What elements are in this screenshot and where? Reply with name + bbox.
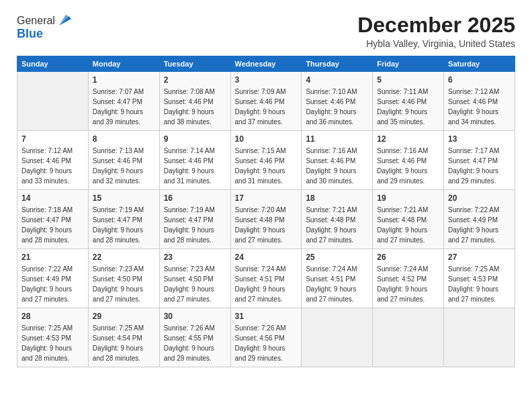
day-sunrise: Sunrise: 7:24 AMSunset: 4:51 PMDaylight:… bbox=[235, 265, 286, 303]
day-number: 6 bbox=[448, 75, 511, 85]
calendar-cell: 19 Sunrise: 7:21 AMSunset: 4:48 PMDaylig… bbox=[373, 190, 444, 249]
calendar-cell: 24 Sunrise: 7:24 AMSunset: 4:51 PMDaylig… bbox=[230, 249, 302, 308]
calendar-cell bbox=[444, 308, 515, 367]
day-number: 21 bbox=[21, 252, 84, 263]
calendar-cell: 31 Sunrise: 7:26 AMSunset: 4:56 PMDaylig… bbox=[230, 308, 302, 367]
calendar-cell: 25 Sunrise: 7:24 AMSunset: 4:51 PMDaylig… bbox=[302, 249, 373, 308]
day-number: 20 bbox=[448, 193, 511, 203]
day-number: 13 bbox=[448, 134, 511, 144]
calendar-week-2: 7 Sunrise: 7:12 AMSunset: 4:46 PMDayligh… bbox=[17, 131, 515, 190]
day-sunrise: Sunrise: 7:21 AMSunset: 4:48 PMDaylight:… bbox=[306, 206, 357, 244]
day-number: 18 bbox=[306, 193, 368, 203]
day-sunrise: Sunrise: 7:24 AMSunset: 4:52 PMDaylight:… bbox=[377, 265, 428, 303]
day-number: 26 bbox=[377, 252, 439, 263]
calendar-cell: 9 Sunrise: 7:14 AMSunset: 4:46 PMDayligh… bbox=[159, 131, 230, 190]
calendar-cell bbox=[17, 72, 89, 131]
col-friday: Friday bbox=[373, 56, 444, 72]
day-number: 31 bbox=[235, 311, 298, 322]
day-sunrise: Sunrise: 7:08 AMSunset: 4:46 PMDaylight:… bbox=[164, 88, 215, 126]
calendar-cell: 7 Sunrise: 7:12 AMSunset: 4:46 PMDayligh… bbox=[17, 131, 89, 190]
calendar-cell: 29 Sunrise: 7:25 AMSunset: 4:54 PMDaylig… bbox=[88, 308, 159, 367]
day-sunrise: Sunrise: 7:25 AMSunset: 4:54 PMDaylight:… bbox=[93, 324, 144, 362]
calendar-cell: 18 Sunrise: 7:21 AMSunset: 4:48 PMDaylig… bbox=[302, 190, 373, 249]
logo-blue-text: Blue bbox=[17, 27, 71, 41]
col-tuesday: Tuesday bbox=[159, 56, 230, 72]
calendar-cell: 4 Sunrise: 7:10 AMSunset: 4:46 PMDayligh… bbox=[302, 72, 373, 131]
day-sunrise: Sunrise: 7:13 AMSunset: 4:46 PMDaylight:… bbox=[93, 147, 144, 185]
calendar-week-5: 28 Sunrise: 7:25 AMSunset: 4:53 PMDaylig… bbox=[17, 308, 515, 367]
day-number: 9 bbox=[164, 134, 226, 144]
day-sunrise: Sunrise: 7:20 AMSunset: 4:48 PMDaylight:… bbox=[235, 206, 286, 244]
day-sunrise: Sunrise: 7:10 AMSunset: 4:46 PMDaylight:… bbox=[306, 88, 357, 126]
calendar-cell: 22 Sunrise: 7:23 AMSunset: 4:50 PMDaylig… bbox=[88, 249, 159, 308]
day-number: 7 bbox=[21, 134, 84, 144]
day-number: 23 bbox=[164, 252, 226, 263]
logo-general-text: General bbox=[17, 15, 55, 27]
col-thursday: Thursday bbox=[302, 56, 373, 72]
calendar-cell: 5 Sunrise: 7:11 AMSunset: 4:46 PMDayligh… bbox=[373, 72, 444, 131]
calendar-cell: 11 Sunrise: 7:16 AMSunset: 4:46 PMDaylig… bbox=[302, 131, 373, 190]
day-number: 10 bbox=[235, 134, 298, 144]
day-sunrise: Sunrise: 7:12 AMSunset: 4:46 PMDaylight:… bbox=[21, 147, 73, 185]
day-sunrise: Sunrise: 7:19 AMSunset: 4:47 PMDaylight:… bbox=[93, 206, 144, 244]
month-title: December 2025 bbox=[357, 13, 515, 37]
day-number: 14 bbox=[21, 193, 84, 203]
day-sunrise: Sunrise: 7:07 AMSunset: 4:47 PMDaylight:… bbox=[93, 88, 144, 126]
day-number: 17 bbox=[235, 193, 298, 203]
calendar-cell bbox=[302, 308, 373, 367]
day-number: 2 bbox=[164, 75, 226, 85]
day-number: 4 bbox=[306, 75, 368, 85]
logo: General Blue bbox=[17, 13, 71, 41]
calendar-cell: 15 Sunrise: 7:19 AMSunset: 4:47 PMDaylig… bbox=[88, 190, 159, 249]
day-sunrise: Sunrise: 7:21 AMSunset: 4:48 PMDaylight:… bbox=[377, 206, 428, 244]
calendar-cell: 2 Sunrise: 7:08 AMSunset: 4:46 PMDayligh… bbox=[159, 72, 230, 131]
header: General Blue December 2025 Hybla Valley,… bbox=[17, 13, 515, 49]
calendar-cell: 3 Sunrise: 7:09 AMSunset: 4:46 PMDayligh… bbox=[230, 72, 302, 131]
col-monday: Monday bbox=[88, 56, 159, 72]
day-number: 11 bbox=[306, 134, 368, 144]
calendar-cell: 14 Sunrise: 7:18 AMSunset: 4:47 PMDaylig… bbox=[17, 190, 89, 249]
calendar-cell: 23 Sunrise: 7:23 AMSunset: 4:50 PMDaylig… bbox=[159, 249, 230, 308]
day-number: 19 bbox=[377, 193, 439, 203]
calendar-body: 1 Sunrise: 7:07 AMSunset: 4:47 PMDayligh… bbox=[17, 72, 515, 367]
day-sunrise: Sunrise: 7:25 AMSunset: 4:53 PMDaylight:… bbox=[448, 265, 499, 303]
day-number: 27 bbox=[448, 252, 511, 263]
calendar-table: Sunday Monday Tuesday Wednesday Thursday… bbox=[17, 56, 515, 367]
calendar-week-3: 14 Sunrise: 7:18 AMSunset: 4:47 PMDaylig… bbox=[17, 190, 515, 249]
day-sunrise: Sunrise: 7:18 AMSunset: 4:47 PMDaylight:… bbox=[21, 206, 73, 244]
calendar-header: Sunday Monday Tuesday Wednesday Thursday… bbox=[17, 56, 515, 72]
calendar-cell: 28 Sunrise: 7:25 AMSunset: 4:53 PMDaylig… bbox=[17, 308, 89, 367]
calendar-cell: 27 Sunrise: 7:25 AMSunset: 4:53 PMDaylig… bbox=[444, 249, 515, 308]
title-section: December 2025 Hybla Valley, Virginia, Un… bbox=[357, 13, 515, 49]
col-wednesday: Wednesday bbox=[230, 56, 302, 72]
day-sunrise: Sunrise: 7:15 AMSunset: 4:46 PMDaylight:… bbox=[235, 147, 286, 185]
calendar-cell: 16 Sunrise: 7:19 AMSunset: 4:47 PMDaylig… bbox=[159, 190, 230, 249]
day-sunrise: Sunrise: 7:14 AMSunset: 4:46 PMDaylight:… bbox=[164, 147, 215, 185]
day-sunrise: Sunrise: 7:25 AMSunset: 4:53 PMDaylight:… bbox=[21, 324, 73, 362]
calendar-cell: 8 Sunrise: 7:13 AMSunset: 4:46 PMDayligh… bbox=[88, 131, 159, 190]
col-sunday: Sunday bbox=[17, 56, 89, 72]
location-title: Hybla Valley, Virginia, United States bbox=[357, 38, 515, 49]
calendar-cell bbox=[373, 308, 444, 367]
day-sunrise: Sunrise: 7:23 AMSunset: 4:50 PMDaylight:… bbox=[93, 265, 144, 303]
day-sunrise: Sunrise: 7:19 AMSunset: 4:47 PMDaylight:… bbox=[164, 206, 215, 244]
header-row: Sunday Monday Tuesday Wednesday Thursday… bbox=[17, 56, 515, 72]
day-number: 8 bbox=[93, 134, 155, 144]
day-sunrise: Sunrise: 7:23 AMSunset: 4:50 PMDaylight:… bbox=[164, 265, 215, 303]
day-sunrise: Sunrise: 7:16 AMSunset: 4:46 PMDaylight:… bbox=[306, 147, 357, 185]
calendar-cell: 12 Sunrise: 7:16 AMSunset: 4:46 PMDaylig… bbox=[373, 131, 444, 190]
calendar-cell: 21 Sunrise: 7:22 AMSunset: 4:49 PMDaylig… bbox=[17, 249, 89, 308]
day-sunrise: Sunrise: 7:26 AMSunset: 4:55 PMDaylight:… bbox=[164, 324, 215, 362]
day-number: 12 bbox=[377, 134, 439, 144]
day-number: 25 bbox=[306, 252, 368, 263]
day-sunrise: Sunrise: 7:26 AMSunset: 4:56 PMDaylight:… bbox=[235, 324, 286, 362]
calendar-cell: 6 Sunrise: 7:12 AMSunset: 4:46 PMDayligh… bbox=[444, 72, 515, 131]
calendar-cell: 20 Sunrise: 7:22 AMSunset: 4:49 PMDaylig… bbox=[444, 190, 515, 249]
calendar-cell: 30 Sunrise: 7:26 AMSunset: 4:55 PMDaylig… bbox=[159, 308, 230, 367]
calendar-week-4: 21 Sunrise: 7:22 AMSunset: 4:49 PMDaylig… bbox=[17, 249, 515, 308]
logo-icon bbox=[56, 13, 71, 28]
day-number: 15 bbox=[93, 193, 155, 203]
day-sunrise: Sunrise: 7:12 AMSunset: 4:46 PMDaylight:… bbox=[448, 88, 499, 126]
calendar-cell: 17 Sunrise: 7:20 AMSunset: 4:48 PMDaylig… bbox=[230, 190, 302, 249]
day-sunrise: Sunrise: 7:22 AMSunset: 4:49 PMDaylight:… bbox=[21, 265, 73, 303]
